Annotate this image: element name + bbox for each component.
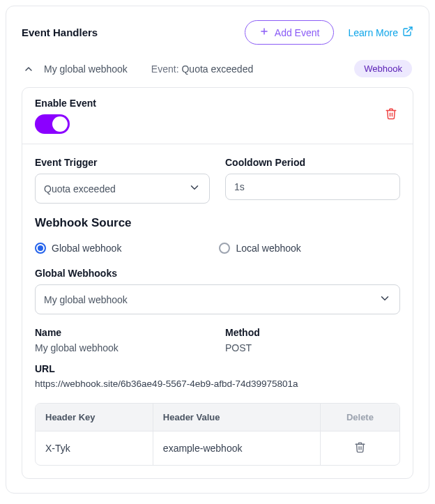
enable-event-toggle[interactable] xyxy=(35,114,70,134)
accordion-name: My global webhook xyxy=(44,63,128,75)
cooldown-value: 1s xyxy=(234,181,245,192)
global-webhooks-select[interactable]: My global webhook xyxy=(35,284,400,314)
name-method-row: Name My global webhook Method POST xyxy=(35,327,400,353)
event-trigger-col: Event Trigger Quota exceeded xyxy=(35,157,210,204)
radio-local-webhook[interactable]: Local webhook xyxy=(219,243,300,254)
headers-table: Header Key Header Value Delete X-Tyk exa… xyxy=(35,403,400,466)
header-value-cell: example-webhook xyxy=(153,432,320,466)
header-row: Event Handlers Add Event Learn More xyxy=(22,20,413,45)
panel-body: Event Trigger Quota exceeded Cooldown Pe… xyxy=(22,144,413,478)
chevron-down-icon xyxy=(379,292,391,307)
global-webhooks-field: Global Webhooks My global webhook xyxy=(35,268,400,314)
chevron-down-icon xyxy=(188,181,201,196)
col-header-delete: Delete xyxy=(320,404,399,432)
webhook-badge: Webhook xyxy=(354,60,412,77)
radio-unchecked-icon xyxy=(219,243,230,254)
cooldown-label: Cooldown Period xyxy=(225,157,400,168)
webhook-source-title: Webhook Source xyxy=(35,216,400,230)
name-label: Name xyxy=(35,327,210,338)
name-col: Name My global webhook xyxy=(35,327,210,353)
global-webhooks-value: My global webhook xyxy=(44,294,128,305)
table-header-row: Header Key Header Value Delete xyxy=(36,404,399,432)
radio-global-webhook[interactable]: Global webhook xyxy=(35,243,121,254)
learn-more-label: Learn More xyxy=(348,27,398,38)
enable-block: Enable Event xyxy=(35,98,96,139)
trigger-cooldown-row: Event Trigger Quota exceeded Cooldown Pe… xyxy=(35,157,400,204)
event-panel: Enable Event Event Trigger Quota exceede… xyxy=(22,87,413,479)
event-handlers-card: Event Handlers Add Event Learn More My g… xyxy=(6,6,429,494)
plus-icon xyxy=(259,26,269,38)
event-trigger-label: Event Trigger xyxy=(35,157,210,168)
accordion-event-label: Event: xyxy=(151,63,179,75)
url-label: URL xyxy=(35,363,400,374)
chevron-up-icon xyxy=(23,63,34,75)
event-trigger-select[interactable]: Quota exceeded xyxy=(35,174,210,204)
webhook-source-radio-group: Global webhook Local webhook xyxy=(35,243,400,254)
method-label: Method xyxy=(225,327,400,338)
svg-line-2 xyxy=(407,27,412,32)
trash-icon xyxy=(354,441,366,455)
panel-top: Enable Event xyxy=(22,88,413,144)
cooldown-input[interactable]: 1s xyxy=(225,174,400,200)
name-value: My global webhook xyxy=(35,342,210,353)
col-header-key: Header Key xyxy=(36,404,153,432)
col-header-value: Header Value xyxy=(153,404,320,432)
add-event-label: Add Event xyxy=(275,27,320,38)
learn-more-link[interactable]: Learn More xyxy=(348,26,413,39)
accordion-event-value: Quota exceeded xyxy=(181,63,253,75)
radio-local-label: Local webhook xyxy=(236,243,300,254)
header-actions: Add Event Learn More xyxy=(245,20,413,45)
external-link-icon xyxy=(402,26,413,39)
header-key-cell: X-Tyk xyxy=(36,432,153,466)
table-row: X-Tyk example-webhook xyxy=(36,432,399,466)
method-col: Method POST xyxy=(225,327,400,353)
add-event-button[interactable]: Add Event xyxy=(245,20,335,45)
radio-global-label: Global webhook xyxy=(52,243,121,254)
event-trigger-value: Quota exceeded xyxy=(44,183,116,194)
delete-event-button[interactable] xyxy=(382,105,400,125)
accordion-event: Event: Quota exceeded xyxy=(151,63,253,75)
url-value: https://webhook.site/6b36ae49-5567-4eb9-… xyxy=(35,379,400,389)
delete-header-button[interactable] xyxy=(354,441,366,455)
cooldown-col: Cooldown Period 1s xyxy=(225,157,400,204)
method-value: POST xyxy=(225,342,400,353)
toggle-knob xyxy=(52,116,68,132)
trash-icon xyxy=(385,112,397,122)
radio-checked-icon xyxy=(35,243,46,254)
section-title: Event Handlers xyxy=(22,26,98,38)
url-block: URL https://webhook.site/6b36ae49-5567-4… xyxy=(35,363,400,389)
enable-event-label: Enable Event xyxy=(35,98,96,109)
accordion-header[interactable]: My global webhook Event: Quota exceeded … xyxy=(22,57,413,80)
global-webhooks-label: Global Webhooks xyxy=(35,268,400,279)
